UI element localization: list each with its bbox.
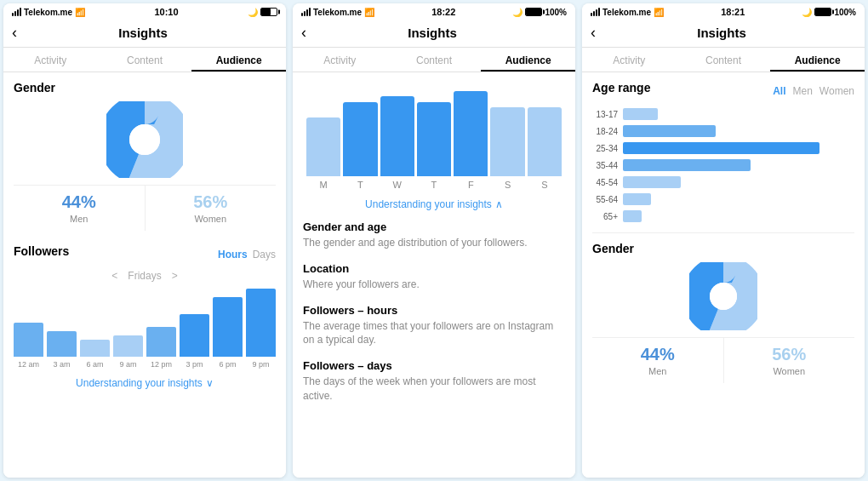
- men-label-3: Men: [592, 366, 723, 376]
- insight-title-3: Followers – days: [303, 359, 565, 372]
- status-left-2: Telekom.me 📶: [301, 8, 374, 17]
- insight-desc-1: Where your followers are.: [303, 278, 565, 292]
- filter-women-3[interactable]: Women: [819, 85, 854, 97]
- battery-icon-3: [814, 8, 831, 16]
- week-bar-col-p2-2: [380, 91, 414, 176]
- prev-day-1[interactable]: <: [111, 270, 117, 282]
- pie-container-3: [592, 262, 854, 330]
- tabs-2: Activity Content Audience: [293, 48, 575, 72]
- bar-label-p1-2: 6 am: [80, 360, 110, 369]
- battery-text-2: 100%: [545, 8, 567, 17]
- carrier-2: Telekom.me: [313, 8, 362, 17]
- gender-section-1: Gender 44% Men 56% Women: [14, 81, 276, 231]
- week-bar-col-p2-4: [454, 91, 488, 176]
- understanding-link-2[interactable]: Understanding your insights ∧: [303, 198, 565, 210]
- filter-men-3[interactable]: Men: [793, 85, 813, 97]
- gender-section-3: Gender 44% Men 56% Women: [592, 232, 854, 383]
- men-percent-1: 44%: [14, 192, 145, 212]
- age-row-3: 35-44: [592, 159, 854, 171]
- carrier-3: Telekom.me: [602, 8, 651, 17]
- phone-panel-1: Telekom.me 📶 10:10 🌙 ‹ Insights Activity…: [3, 3, 286, 478]
- battery-icon-2: [525, 8, 542, 16]
- days-toggle-1[interactable]: Days: [253, 249, 276, 261]
- bar-chart-1: [14, 289, 276, 357]
- status-bar-2: Telekom.me 📶 18:22 🌙 100%: [293, 3, 575, 19]
- followers-section-1: Followers Hours Days < Fridays > 12 am3 …: [14, 244, 276, 369]
- carrier-1: Telekom.me: [24, 8, 72, 17]
- status-left-1: Telekom.me 📶: [12, 8, 85, 17]
- bar-label-p1-7: 9 pm: [246, 360, 276, 369]
- tab-activity-1[interactable]: Activity: [3, 48, 98, 72]
- understanding-link-1[interactable]: Understanding your insights ∨: [14, 377, 276, 389]
- svg-point-2: [129, 124, 160, 155]
- page-title-1: Insights: [24, 26, 262, 40]
- age-filter-group-3: All Men Women: [773, 85, 854, 97]
- time-3: 18:21: [721, 7, 745, 17]
- bar-label-p1-3: 9 am: [113, 360, 143, 369]
- status-right-3: 🌙 100%: [802, 8, 856, 17]
- status-right-2: 🌙 100%: [512, 8, 567, 17]
- bar-p1-0: [14, 323, 43, 357]
- bar-p1-4: [146, 327, 176, 357]
- back-button-2[interactable]: ‹: [301, 24, 306, 42]
- age-bar-2: [623, 142, 819, 154]
- back-button-1[interactable]: ‹: [12, 24, 17, 42]
- insight-item-3: Followers – days The days of the week wh…: [303, 359, 565, 404]
- insight-title-0: Gender and age: [303, 220, 565, 233]
- bar-col-p1-1: [47, 289, 77, 357]
- moon-icon-3: 🌙: [802, 8, 812, 17]
- week-bar-p2-2: [380, 96, 414, 176]
- women-percent-1: 56%: [146, 192, 277, 212]
- tab-audience-3[interactable]: Audience: [770, 48, 865, 72]
- women-stat-3: 56% Women: [724, 338, 855, 383]
- tab-content-2[interactable]: Content: [387, 48, 482, 72]
- insight-item-1: Location Where your followers are.: [303, 262, 565, 292]
- tab-audience-2[interactable]: Audience: [481, 48, 575, 72]
- age-label-4: 45-54: [592, 178, 618, 187]
- bar-label-p1-1: 3 am: [47, 360, 77, 369]
- bar-col-p1-2: [80, 289, 110, 357]
- signal-icon-1: [12, 8, 21, 16]
- insight-desc-2: The average times that your followers ar…: [303, 319, 565, 348]
- chevron-up-icon-2: ∧: [495, 198, 503, 210]
- age-row-1: 18-24: [592, 125, 854, 137]
- age-bar-5: [623, 193, 651, 205]
- week-bar-p2-1: [343, 102, 377, 177]
- week-labels-2: MTWTFSS: [303, 180, 565, 190]
- men-percent-3: 44%: [592, 345, 723, 364]
- hours-toggle-1[interactable]: Hours: [218, 249, 248, 261]
- bar-col-p1-0: [14, 289, 43, 357]
- age-range-title-3: Age range: [592, 81, 650, 94]
- bar-p1-7: [246, 289, 276, 357]
- week-bar-chart-2: [303, 91, 565, 176]
- bar-label-p1-6: 6 pm: [213, 360, 243, 369]
- age-bar-1: [623, 125, 716, 137]
- filter-all-3[interactable]: All: [773, 85, 785, 97]
- age-row-0: 13-17: [592, 108, 854, 120]
- week-bar-col-p2-0: [306, 91, 340, 176]
- wifi-icon-1: 📶: [75, 8, 85, 17]
- tab-content-3[interactable]: Content: [677, 48, 771, 72]
- next-day-1[interactable]: >: [172, 270, 178, 282]
- bar-label-p1-0: 12 am: [14, 360, 43, 369]
- tab-content-1[interactable]: Content: [98, 48, 192, 72]
- age-bar-3: [623, 159, 751, 171]
- toggle-group-1: Hours Days: [218, 249, 276, 261]
- bar-p1-3: [113, 335, 143, 357]
- current-day-1: Fridays: [128, 270, 161, 282]
- bar-col-p1-3: [113, 289, 143, 357]
- tab-audience-1[interactable]: Audience: [191, 48, 286, 72]
- bar-col-p1-7: [246, 289, 276, 357]
- bar-p1-1: [47, 331, 77, 357]
- age-label-0: 13-17: [592, 110, 618, 119]
- pie-chart-1: [106, 101, 183, 178]
- week-bar-p2-3: [417, 102, 451, 177]
- tab-activity-3[interactable]: Activity: [582, 48, 677, 72]
- women-stat-1: 56% Women: [146, 186, 277, 231]
- nav-bar-3: ‹ Insights: [582, 19, 865, 48]
- men-stat-3: 44% Men: [592, 338, 724, 383]
- back-button-3[interactable]: ‹: [591, 24, 596, 42]
- tab-activity-2[interactable]: Activity: [293, 48, 387, 72]
- women-label-1: Women: [146, 214, 277, 224]
- week-bar-p2-4: [454, 91, 488, 176]
